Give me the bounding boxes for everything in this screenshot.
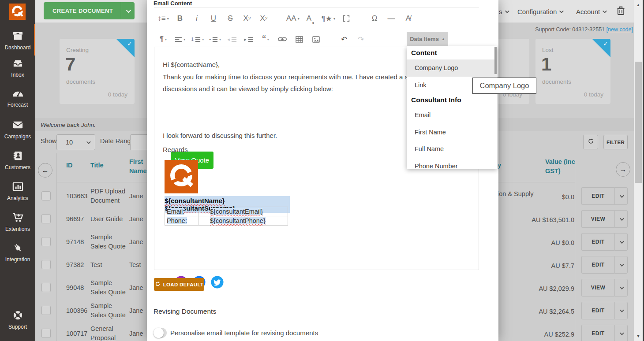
dropdown-scrollbar-thumb[interactable]	[494, 47, 497, 74]
account-menu[interactable]: Account	[576, 0, 606, 23]
personalise-toggle[interactable]	[154, 328, 167, 338]
email-body-line2: discussions and it can be viewed by simp…	[163, 85, 333, 93]
row-id: 99048	[66, 283, 84, 293]
inbox-icon	[12, 58, 24, 69]
redo-button[interactable]: ↷	[355, 33, 367, 46]
trash-icon[interactable]	[617, 0, 625, 23]
subscript-button[interactable]: X2	[241, 12, 253, 25]
clear-formatting-button[interactable]: A̸	[402, 12, 414, 25]
dropdown-item-company-logo[interactable]: Company Logo	[407, 59, 497, 77]
card-creating[interactable]: ✓ Creating 7 documents 0 today	[60, 39, 135, 104]
dropdown-item-email[interactable]: Email	[407, 107, 497, 124]
table-prev-button[interactable]: ←	[38, 163, 52, 178]
text-align-button[interactable]: ▾	[174, 33, 186, 46]
paragraph-style-button[interactable]: ¶★▾	[322, 12, 335, 25]
row-title: PDF Upload Document	[90, 187, 127, 205]
chevron-down-icon	[86, 140, 91, 144]
row-checkbox[interactable]	[41, 237, 51, 246]
filter-button[interactable]: FILTER	[603, 135, 628, 149]
row-checkbox[interactable]	[41, 214, 51, 223]
paragraph-format-button[interactable]: ¶▾	[157, 33, 169, 46]
row-checkbox[interactable]	[41, 283, 51, 292]
italic-button[interactable]: i	[191, 12, 202, 25]
sidebar-item-dashboard[interactable]: Dashboard	[0, 31, 35, 51]
row-first-name: Jane	[129, 215, 143, 224]
create-document-dropdown[interactable]	[121, 2, 135, 19]
col-header-id[interactable]: ID	[66, 161, 73, 170]
row-checkbox[interactable]	[41, 260, 51, 269]
refresh-button[interactable]	[583, 135, 598, 149]
superscript-button[interactable]: X2	[258, 12, 270, 25]
line-spacing-button[interactable]: ↕≡▾	[157, 12, 169, 25]
row-action-button[interactable]: VIEW	[581, 279, 628, 297]
row-checkbox[interactable]	[41, 306, 51, 315]
row-checkbox[interactable]	[41, 329, 51, 338]
signature-email-label: Email:	[167, 208, 184, 215]
scroll-down-arrow[interactable]: ▼	[634, 334, 643, 338]
ordered-list-button[interactable]: 1▾	[191, 33, 204, 46]
row-action-button[interactable]: VIEW	[581, 210, 628, 228]
row-action-button[interactable]: EDIT	[581, 325, 628, 341]
horizontal-line-button[interactable]: —	[386, 12, 397, 25]
row-action-button[interactable]: EDIT	[581, 187, 628, 205]
sidebar-item-campaigns[interactable]: Campaigns	[0, 120, 35, 140]
envelope-icon	[12, 120, 24, 130]
quote-button[interactable]: “▾	[260, 33, 271, 46]
unordered-list-button[interactable]: •▾	[209, 33, 221, 46]
dropdown-item-phone-number[interactable]: Phone Number	[407, 158, 497, 169]
scroll-up-arrow[interactable]: ▲	[634, 3, 643, 7]
data-items-button[interactable]: Data Items▲	[407, 32, 448, 46]
undo-button[interactable]: ↶	[338, 33, 350, 46]
sidebar-item-customers[interactable]: Customers	[0, 151, 35, 171]
text-color-button[interactable]: A●	[305, 12, 316, 25]
bar-chart-icon	[12, 182, 24, 192]
row-value: AU $7.7	[485, 261, 574, 271]
col-header-value[interactable]: Value (inc GST)	[545, 157, 576, 176]
row-id: 97382	[66, 260, 84, 270]
insert-image-button[interactable]	[310, 33, 322, 46]
row-checkbox[interactable]	[41, 191, 51, 200]
sidebar-item-inbox[interactable]: Inbox	[0, 58, 35, 78]
sidebar-item-extentions[interactable]: Extentions	[0, 212, 35, 233]
dropdown-item-full-name[interactable]: Full Name	[407, 141, 497, 158]
sidebar-item-support[interactable]: Support	[0, 310, 35, 330]
app-logo[interactable]	[9, 4, 26, 20]
load-default-button[interactable]: LOAD DEFAULT	[154, 278, 204, 291]
indent-button[interactable]: ▸	[243, 33, 255, 46]
sidebar-item-integration[interactable]: Integration	[0, 243, 35, 263]
refresh-icon	[155, 281, 161, 288]
col-header-first-name[interactable]: First Name	[129, 157, 148, 176]
outdent-button[interactable]: ◂	[226, 33, 238, 46]
table-next-button[interactable]: →	[616, 162, 630, 177]
create-document-button[interactable]: CREATE DOCUMENT	[44, 2, 135, 19]
twitter-icon[interactable]	[211, 276, 224, 290]
row-action-button[interactable]: EDIT	[581, 302, 628, 319]
col-header-title[interactable]: Title	[90, 161, 104, 170]
row-id: 100396	[66, 306, 87, 315]
row-action-button[interactable]: EDIT	[581, 233, 628, 251]
company-logo-tooltip: Company Logo	[472, 78, 536, 94]
page-scrollbar-thumb[interactable]	[635, 62, 642, 183]
fullscreen-button[interactable]	[341, 12, 352, 25]
card-lost[interactable]: ✓ Lost 1 documents 0 today	[535, 39, 610, 104]
strikethrough-button[interactable]: S	[225, 12, 236, 25]
row-first-name: Jane	[129, 329, 143, 338]
configuration-menu[interactable]: Configuration	[517, 0, 562, 23]
hidden-menu-fragment[interactable]: s	[499, 0, 508, 23]
sidebar-item-forecast[interactable]: Forecast	[0, 88, 35, 108]
plug-icon	[12, 243, 24, 253]
underline-button[interactable]: U	[208, 12, 219, 25]
chevron-down-icon	[619, 331, 624, 335]
row-title: Test	[90, 260, 127, 270]
row-action-button[interactable]: EDIT	[581, 256, 628, 274]
sidebar-item-analytics[interactable]: Analytics	[0, 182, 35, 202]
special-characters-button[interactable]: Ω	[369, 12, 380, 25]
insert-table-button[interactable]	[293, 33, 305, 46]
toolbar-divider	[154, 7, 479, 8]
font-size-button[interactable]: AA▾	[286, 12, 300, 25]
bold-button[interactable]: B	[174, 12, 186, 25]
insert-link-button[interactable]	[277, 33, 288, 46]
show-select[interactable]: 10	[56, 134, 95, 150]
dropdown-item-first-name[interactable]: First Name	[407, 124, 497, 141]
new-code-link[interactable]: [new code]	[607, 26, 633, 33]
